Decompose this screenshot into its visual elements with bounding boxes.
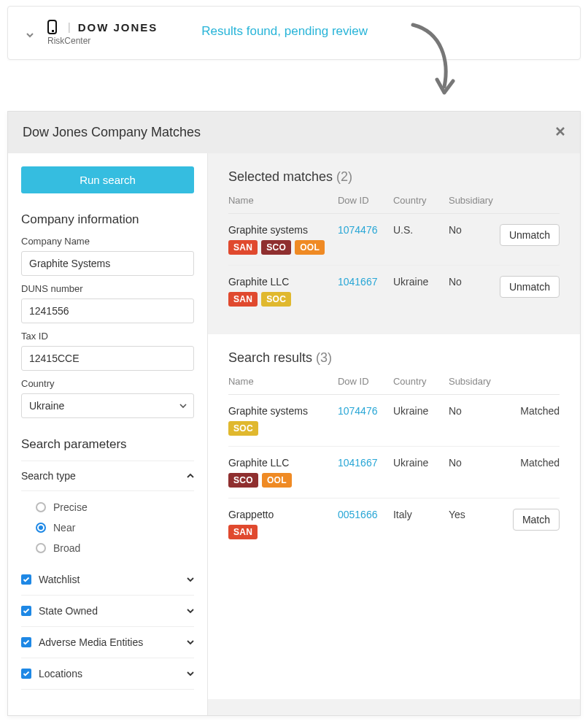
radio-icon [36,523,46,533]
checkbox-icon [21,574,31,585]
cell-name: GrappettoSAN [228,509,338,539]
filter-list: WatchlistState OwnedAdverse Media Entiti… [21,564,194,690]
arrow-icon [409,21,460,101]
badges: SANSOC [228,292,338,307]
svg-rect-1 [52,30,54,32]
cell-id: 1074476 [338,405,393,417]
dow-id-link[interactable]: 1041667 [338,276,378,288]
radio-precise[interactable]: Precise [36,497,194,517]
filter-label: Locations [39,668,82,679]
chevron-down-icon [187,574,194,585]
search-type-label: Search type [21,470,76,482]
brand-name: DOW JONES [78,21,158,34]
cell-name: Graphite LLCSCOOOL [228,457,338,488]
col-id: Dow ID [338,376,393,387]
radio-label: Near [53,522,75,534]
col-sub: Subsidary [449,376,500,387]
checkbox-icon [21,637,31,647]
cell-name: Graphite LLCSANSOC [228,276,338,307]
cell-sub: No [449,276,500,288]
radio-near[interactable]: Near [36,517,194,538]
sidebar: Run search Company information Company N… [8,153,208,715]
close-icon[interactable] [555,125,565,140]
cell-name: Graphite systemsSOC [228,405,338,436]
unmatch-button[interactable]: Unmatch [500,276,560,298]
run-search-button[interactable]: Run search [21,166,194,193]
cell-sub: Yes [449,509,500,520]
filter-label: Watchlist [39,574,80,585]
badge-sco: SCO [228,473,258,488]
radio-icon [36,502,46,512]
filter-state-owned[interactable]: State Owned [21,596,194,627]
cell-country: Italy [393,509,449,520]
filter-locations[interactable]: Locations [21,658,194,690]
search-results-section: Search results (3) Name Dow ID Country S… [208,334,580,699]
badges: SCOOOL [228,473,338,488]
col-id: Dow ID [338,195,393,206]
country-select[interactable]: Ukraine [21,393,194,418]
badge-sco: SCO [261,240,291,255]
cell-action: Match [500,509,560,531]
company-name-input[interactable] [21,251,194,276]
cell-country: U.S. [393,224,449,236]
filter-adverse-media-entities[interactable]: Adverse Media Entities [21,627,194,658]
selected-heading-text: Selected matches [228,169,333,184]
radio-label: Precise [53,501,88,513]
selected-rows: Graphite systemsSANSCOOOL1074476U.S.NoUn… [228,214,560,317]
cell-action: Matched [500,457,560,469]
checkbox-icon [21,606,31,616]
checkbox-icon [21,669,31,679]
duns-input[interactable] [21,299,194,323]
dow-id-link[interactable]: 1074476 [338,224,378,236]
cell-id: 1041667 [338,276,393,288]
dow-id-link[interactable]: 1074476 [338,405,378,417]
result-row: GrappettoSAN0051666ItalyYesMatch [228,498,560,550]
badge-ool: OOL [295,240,325,255]
badge-soc: SOC [261,292,291,307]
badges: SOC [228,421,338,436]
search-params-heading: Search parameters [21,437,194,452]
panel-header: Dow Jones Company Matches [8,112,580,153]
cell-country: Ukraine [393,276,449,288]
result-rows: Graphite systemsSOC1074476UkraineNoMatch… [228,395,560,550]
chevron-down-icon [187,605,194,617]
panel-title: Dow Jones Company Matches [23,125,201,140]
cell-country: Ukraine [393,457,449,469]
unmatch-button[interactable]: Unmatch [500,224,560,246]
radio-broad[interactable]: Broad [36,538,194,558]
dow-id-link[interactable]: 0051666 [338,509,378,520]
match-button[interactable]: Match [513,509,560,531]
results-heading: Search results (3) [228,350,560,366]
cell-id: 0051666 [338,509,393,520]
result-row: Graphite LLCSCOOOL1041667UkraineNoMatche… [228,447,560,498]
badge-soc: SOC [228,421,258,436]
cell-action: Matched [500,405,560,417]
selected-row: Graphite LLCSANSOC1041667UkraineNoUnmatc… [228,266,560,317]
taxid-input[interactable] [21,346,194,371]
col-country: Country [393,195,449,206]
main-area: Selected matches (2) Name Dow ID Country… [208,153,580,715]
selected-row: Graphite systemsSANSCOOOL1074476U.S.NoUn… [228,214,560,266]
cell-action: Unmatch [500,276,560,298]
col-country: Country [393,376,449,387]
results-heading-text: Search results [228,350,312,365]
collapse-chevron-icon[interactable] [26,30,34,42]
header-card: | DOW JONES RiskCenter Results found, pe… [7,6,581,60]
company-info-heading: Company information [21,212,194,227]
search-type-toggle[interactable]: Search type [21,461,194,491]
results-count: (3) [316,350,332,365]
chevron-down-icon [187,668,194,679]
filter-watchlist[interactable]: Watchlist [21,564,194,596]
filter-label: State Owned [39,605,98,617]
col-name: Name [228,376,338,387]
results-table-head: Name Dow ID Country Subsidary [228,366,560,395]
radio-icon [36,543,46,553]
badge-ool: OOL [262,473,292,488]
dow-id-link[interactable]: 1041667 [338,457,378,469]
cell-id: 1074476 [338,224,393,236]
chevron-down-icon [187,636,194,648]
company-name-label: Company Name [21,236,194,247]
matched-status: Matched [520,457,560,469]
cell-country: Ukraine [393,405,449,417]
result-row: Graphite systemsSOC1074476UkraineNoMatch… [228,395,560,447]
